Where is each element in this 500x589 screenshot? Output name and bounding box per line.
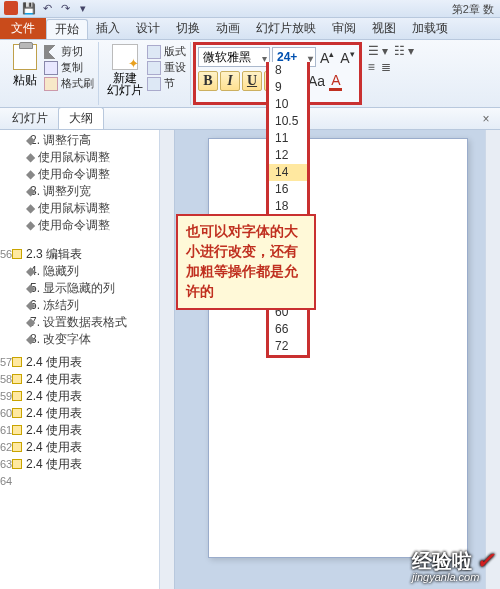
slides-group: 新建 幻灯片 版式 重设 节 [101, 42, 191, 105]
outline-item[interactable]: 602.4 使用表 [0, 405, 174, 422]
font-size-option[interactable]: 14 [269, 164, 307, 181]
paste-button[interactable]: 粘贴 [8, 44, 42, 91]
cut-icon [44, 45, 58, 59]
outline-item[interactable]: 582.4 使用表 [0, 371, 174, 388]
check-icon: ✓ [476, 548, 494, 573]
underline-button[interactable]: U [242, 71, 262, 91]
ribbon-tabs: 文件 开始 插入 设计 切换 动画 幻灯片放映 审阅 视图 加载项 [0, 18, 500, 40]
tab-addins[interactable]: 加载项 [404, 18, 456, 39]
paste-icon [13, 44, 37, 70]
font-size-option[interactable]: 18 [269, 198, 307, 215]
slide-canvas[interactable] [208, 138, 468, 558]
font-size-option[interactable]: 10.5 [269, 113, 307, 130]
format-painter-button[interactable]: 格式刷 [44, 76, 94, 91]
bullets-button[interactable]: ☰ ▾ [368, 44, 388, 58]
outline-item[interactable]: 使用命令调整 [0, 217, 174, 234]
tab-review[interactable]: 审阅 [324, 18, 364, 39]
paste-label: 粘贴 [8, 72, 42, 89]
undo-icon[interactable]: ↶ [40, 1, 54, 15]
outline-item[interactable]: 8. 改变字体 [0, 331, 174, 348]
font-size-option[interactable]: 8 [269, 62, 307, 79]
outline-item[interactable]: 6. 冻结列 [0, 297, 174, 314]
window-title: 第2章 数 [452, 3, 494, 15]
paragraph-group: ☰ ▾ ☷ ▾ ≡ ≣ [364, 42, 419, 105]
quick-access-toolbar: 💾 ↶ ↷ ▾ [4, 1, 90, 15]
font-size-option[interactable]: 16 [269, 181, 307, 198]
outline-item[interactable]: 使用鼠标调整 [0, 200, 174, 217]
align-left-button[interactable]: ≡ [368, 60, 375, 74]
outline-item[interactable]: 632.4 使用表 [0, 456, 174, 473]
section-icon [147, 77, 161, 91]
outline-item[interactable]: 4. 隐藏列 [0, 263, 174, 280]
brush-icon [44, 77, 58, 91]
numbering-button[interactable]: ☷ ▾ [394, 44, 414, 58]
font-size-option[interactable]: 66 [269, 321, 307, 338]
annotation-callout: 也可以对字体的大小进行改变，还有加粗等操作都是允许的 [176, 214, 316, 310]
font-size-option[interactable]: 72 [269, 338, 307, 355]
align-center-button[interactable]: ≣ [381, 60, 391, 74]
outline-item[interactable]: 612.4 使用表 [0, 422, 174, 439]
layout-icon [147, 45, 161, 59]
tab-transitions[interactable]: 切换 [168, 18, 208, 39]
outline-item[interactable]: 64 [0, 473, 174, 475]
reset-icon [147, 61, 161, 75]
font-size-option[interactable]: 9 [269, 79, 307, 96]
panel-tab-slides[interactable]: 幻灯片 [2, 108, 58, 129]
file-tab-label: 文件 [11, 20, 35, 37]
new-slide-icon [112, 44, 138, 70]
layout-button[interactable]: 版式 [147, 44, 186, 59]
new-slide-label: 新建 幻灯片 [105, 72, 145, 96]
font-size-option[interactable]: 12 [269, 147, 307, 164]
grow-font-button[interactable]: A▴ [318, 49, 336, 66]
clipboard-group: 粘贴 剪切 复制 格式刷 [4, 42, 99, 105]
file-tab[interactable]: 文件 [0, 18, 46, 39]
qat-more-icon[interactable]: ▾ [76, 1, 90, 15]
panel-close-button[interactable]: × [478, 112, 500, 126]
outline-item[interactable]: 7. 设置数据表格式 [0, 314, 174, 331]
outline-panel-tabs: 幻灯片 大纲 × [0, 108, 500, 130]
tab-design[interactable]: 设计 [128, 18, 168, 39]
outline-item[interactable]: 562.3 编辑表 [0, 246, 174, 263]
section-button[interactable]: 节 [147, 76, 186, 91]
tab-insert[interactable]: 插入 [88, 18, 128, 39]
ribbon: 粘贴 剪切 复制 格式刷 新建 幻灯片 版式 重设 节 微软雅黑 24+ [0, 40, 500, 108]
outline-pane[interactable]: 2. 调整行高使用鼠标调整使用命令调整3. 调整列宽使用鼠标调整使用命令调整56… [0, 130, 175, 589]
save-icon[interactable]: 💾 [22, 1, 36, 15]
cut-button[interactable]: 剪切 [44, 44, 94, 59]
font-size-dropdown[interactable]: 891010.51112141618 404448 5054606672 [266, 62, 310, 358]
copy-button[interactable]: 复制 [44, 60, 94, 75]
panel-tab-outline[interactable]: 大纲 [58, 107, 104, 129]
outline-item[interactable]: 592.4 使用表 [0, 388, 174, 405]
font-size-option[interactable]: 10 [269, 96, 307, 113]
reset-button[interactable]: 重设 [147, 60, 186, 75]
app-icon [4, 1, 18, 15]
outline-item[interactable]: 622.4 使用表 [0, 439, 174, 456]
outline-item[interactable]: 使用鼠标调整 [0, 149, 174, 166]
outline-item[interactable]: 使用命令调整 [0, 166, 174, 183]
outline-item[interactable]: 5. 显示隐藏的列 [0, 280, 174, 297]
italic-button[interactable]: I [220, 71, 240, 91]
outline-item[interactable]: 2. 调整行高 [0, 132, 174, 149]
tab-animations[interactable]: 动画 [208, 18, 248, 39]
bold-button[interactable]: B [198, 71, 218, 91]
redo-icon[interactable]: ↷ [58, 1, 72, 15]
font-color-button[interactable]: A [329, 72, 342, 91]
title-bar: 💾 ↶ ↷ ▾ 第2章 数 [0, 0, 500, 18]
tab-slideshow[interactable]: 幻灯片放映 [248, 18, 324, 39]
copy-icon [44, 61, 58, 75]
slide-area [175, 130, 500, 589]
outline-item[interactable]: 3. 调整列宽 [0, 183, 174, 200]
tab-view[interactable]: 视图 [364, 18, 404, 39]
new-slide-button[interactable]: 新建 幻灯片 [105, 44, 145, 96]
shrink-font-button[interactable]: A▾ [338, 49, 356, 66]
font-size-option[interactable]: 11 [269, 130, 307, 147]
tab-home[interactable]: 开始 [46, 19, 88, 39]
outline-item[interactable]: 572.4 使用表 [0, 354, 174, 371]
workspace: 2. 调整行高使用鼠标调整使用命令调整3. 调整列宽使用鼠标调整使用命令调整56… [0, 130, 500, 589]
font-name-select[interactable]: 微软雅黑 [198, 47, 270, 67]
watermark: 经验啦 ✓ jingyanla.com [412, 548, 494, 583]
